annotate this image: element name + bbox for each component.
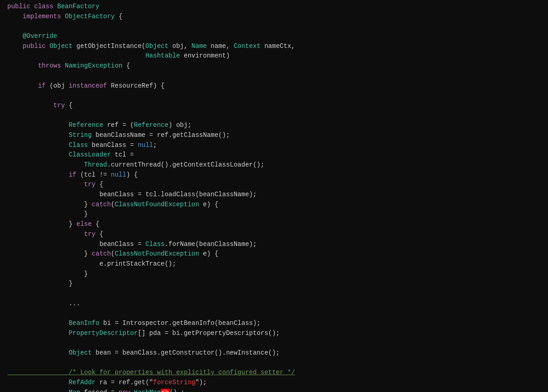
code-line <box>4 289 548 299</box>
code-line: if (obj instanceof ResourceRef) { <box>4 81 548 91</box>
code-line: Thread.currentThread().getContextClassLo… <box>4 160 548 170</box>
code-line: Class beanClass = null; <box>4 141 548 151</box>
code-line: RefAddr ra = ref.get("forceString"); <box>4 378 548 388</box>
code-line: } else { <box>4 220 548 230</box>
code-line: try { <box>4 180 548 190</box>
code-line: /* Look for properties with explicitly c… <box>4 368 548 378</box>
code-line <box>4 21 548 31</box>
code-line: if (tcl != null) { <box>4 170 548 180</box>
code-line: @Override <box>4 31 548 42</box>
code-line: } <box>4 269 548 279</box>
code-line: Hashtable environment) <box>4 51 548 61</box>
code-line <box>4 91 548 101</box>
code-line: } catch(ClassNotFoundException e) { <box>4 249 548 259</box>
code-line: String beanClassName = ref.getClassName(… <box>4 131 548 141</box>
code-line: } <box>4 279 548 289</box>
code-line: public Object getObjectInstance(Object o… <box>4 42 548 52</box>
code-line <box>4 338 548 348</box>
code-line: try { <box>4 230 548 240</box>
code-line: } catch(ClassNotFoundException e) { <box>4 200 548 210</box>
code-line: implements ObjectFactory { <box>4 12 548 22</box>
code-line: BeanInfo bi = Introspector.getBeanInfo(b… <box>4 319 548 329</box>
code-block: public class BeanFactory implements Obje… <box>0 0 548 392</box>
code-line <box>4 358 548 368</box>
code-editor: public class BeanFactory implements Obje… <box>0 0 548 392</box>
code-line: ClassLoader tcl = <box>4 150 548 160</box>
code-line <box>4 308 548 319</box>
code-line <box>4 111 548 121</box>
code-line: ... <box>4 299 548 309</box>
code-line: throws NamingException { <box>4 61 548 71</box>
code-line: Object bean = beanClass.getConstructor()… <box>4 348 548 358</box>
code-line <box>4 71 548 81</box>
code-line: Reference ref = (Reference) obj; <box>4 120 548 131</box>
code-line: e.printStackTrace(); <box>4 259 548 269</box>
code-line: beanClass = Class.forName(beanClassName)… <box>4 240 548 250</box>
code-line: Map forced = new HashMap<>() ; <box>4 388 548 392</box>
code-line: public class BeanFactory <box>4 2 548 12</box>
code-line: beanClass = tcl.loadClass(beanClassName)… <box>4 190 548 200</box>
code-line: } <box>4 209 548 220</box>
code-line: try { <box>4 101 548 111</box>
code-line: PropertyDescriptor[] pda = bi.getPropert… <box>4 329 548 339</box>
